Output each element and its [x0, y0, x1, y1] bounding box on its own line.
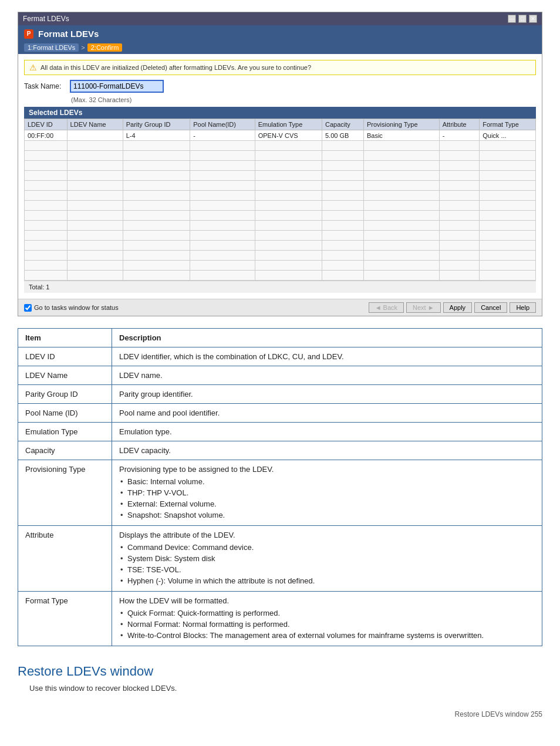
- cell-empty: [322, 241, 363, 251]
- restore-button[interactable]: □: [518, 15, 527, 23]
- cell-empty: [363, 161, 439, 171]
- status-checkbox[interactable]: [24, 304, 32, 312]
- apply-button[interactable]: Apply: [443, 302, 473, 313]
- selected-ldevs-header: Selected LDEVs: [24, 107, 536, 119]
- page-number-bar: Restore LDEVs window 255: [0, 704, 560, 724]
- cell-empty: [322, 191, 363, 201]
- breadcrumb-step2[interactable]: 2:Confirm: [87, 43, 123, 52]
- cell-empty: [480, 191, 536, 201]
- cell-empty: [439, 231, 480, 241]
- table-row-empty: [25, 151, 536, 161]
- cell-empty: [190, 221, 255, 231]
- cell-empty: [25, 141, 68, 151]
- cell-empty: [25, 171, 68, 181]
- desc-item-name: Attribute: [18, 526, 112, 592]
- close-button[interactable]: ✕: [529, 15, 537, 23]
- cell-empty: [322, 261, 363, 271]
- table-row-empty: [25, 261, 536, 271]
- window-section: Fermat LDEVs — □ ✕ P Format LDEVs 1:Form…: [0, 0, 560, 322]
- cell-empty: [322, 221, 363, 231]
- cell-empty: [190, 151, 255, 161]
- cell-empty: [255, 161, 322, 171]
- col-attribute: Attribute: [439, 119, 480, 130]
- desc-col-desc-header: Description: [112, 329, 542, 347]
- cell-empty: [363, 231, 439, 241]
- cell-empty: [363, 191, 439, 201]
- list-item: Snapshot: Snapshot volume.: [119, 509, 535, 521]
- minimize-button[interactable]: —: [508, 15, 516, 23]
- cell-empty: [480, 221, 536, 231]
- col-provisioning-type: Provisioning Type: [363, 119, 439, 130]
- cell-empty: [190, 161, 255, 171]
- table-row-empty: [25, 161, 536, 171]
- table-row-empty: [25, 171, 536, 181]
- cell-empty: [25, 261, 68, 271]
- list-item: AttributeDisplays the attribute of the L…: [18, 526, 542, 592]
- cell-empty: [322, 211, 363, 221]
- cell-empty: [363, 181, 439, 191]
- desc-item-name: Provisioning Type: [18, 460, 112, 526]
- cell-empty: [255, 171, 322, 181]
- cell-empty: [255, 221, 322, 231]
- cell-empty: [255, 241, 322, 251]
- breadcrumb-step1[interactable]: 1:Format LDEVs: [24, 43, 79, 52]
- table-row-empty: [25, 271, 536, 281]
- cancel-button[interactable]: Cancel: [474, 302, 507, 313]
- warning-bar: ⚠ All data in this LDEV are initialized …: [24, 60, 536, 75]
- cell-empty: [322, 141, 363, 151]
- desc-item-desc: Emulation type.: [112, 423, 542, 441]
- cell-empty: [322, 161, 363, 171]
- cell-empty: [439, 241, 480, 251]
- task-name-input[interactable]: [70, 80, 164, 93]
- cell-empty: [322, 171, 363, 181]
- cell-empty: [322, 231, 363, 241]
- cell-empty: [25, 251, 68, 261]
- col-ldev-id: LDEV ID: [25, 119, 68, 130]
- desc-item-desc: LDEV identifier, which is the combinatio…: [112, 347, 542, 366]
- cell-empty: [480, 261, 536, 271]
- cell-empty: [123, 251, 190, 261]
- cell-empty: [363, 201, 439, 211]
- desc-table: Item Description LDEV IDLDEV identifier,…: [18, 328, 542, 646]
- cell-empty: [67, 271, 123, 281]
- cell-empty: [190, 251, 255, 261]
- cell-empty: [190, 231, 255, 241]
- footer-checkbox-area: Go to tasks window for status: [24, 304, 119, 312]
- desc-item-desc: LDEV capacity.: [112, 441, 542, 460]
- window-body: ⚠ All data in this LDEV are initialized …: [18, 54, 542, 299]
- cell-empty: [255, 141, 322, 151]
- cell-ldev-name: [67, 130, 123, 141]
- desc-item-name: Emulation Type: [18, 423, 112, 441]
- desc-item-name: Format Type: [18, 592, 112, 646]
- cell-empty: [123, 261, 190, 271]
- cell-empty: [439, 151, 480, 161]
- back-button[interactable]: ◄ Back: [369, 302, 404, 313]
- desc-item-name: Capacity: [18, 441, 112, 460]
- next-button[interactable]: Next ►: [406, 302, 441, 313]
- cell-empty: [363, 171, 439, 181]
- cell-empty: [123, 161, 190, 171]
- list-item: CapacityLDEV capacity.: [18, 441, 542, 460]
- list-item: Quick Format: Quick-formatting is perfor…: [119, 607, 535, 619]
- cell-empty: [67, 191, 123, 201]
- list-item: Write-to-Control Blocks: The management …: [119, 630, 535, 641]
- cell-empty: [480, 181, 536, 191]
- cell-empty: [123, 221, 190, 231]
- cell-empty: [480, 241, 536, 251]
- cell-empty: [480, 271, 536, 281]
- list-item: Format TypeHow the LDEV will be formatte…: [18, 592, 542, 646]
- list-item: Pool Name (ID)Pool name and pool identif…: [18, 404, 542, 423]
- cell-empty: [25, 151, 68, 161]
- help-button[interactable]: Help: [510, 302, 536, 313]
- breadcrumb-bar: 1:Format LDEVs > 2:Confirm: [18, 42, 542, 54]
- cell-empty: [123, 231, 190, 241]
- window-titlebar: Fermat LDEVs — □ ✕: [18, 12, 542, 25]
- cell-attribute: -: [439, 130, 480, 141]
- cell-empty: [25, 221, 68, 231]
- total-bar: Total: 1: [24, 281, 536, 293]
- task-name-label: Task Name:: [24, 82, 65, 90]
- cell-empty: [363, 251, 439, 261]
- desc-item-desc: How the LDEV will be formatted.Quick For…: [112, 592, 542, 646]
- cell-empty: [480, 211, 536, 221]
- cell-ldev-id: 00:FF:00: [25, 130, 68, 141]
